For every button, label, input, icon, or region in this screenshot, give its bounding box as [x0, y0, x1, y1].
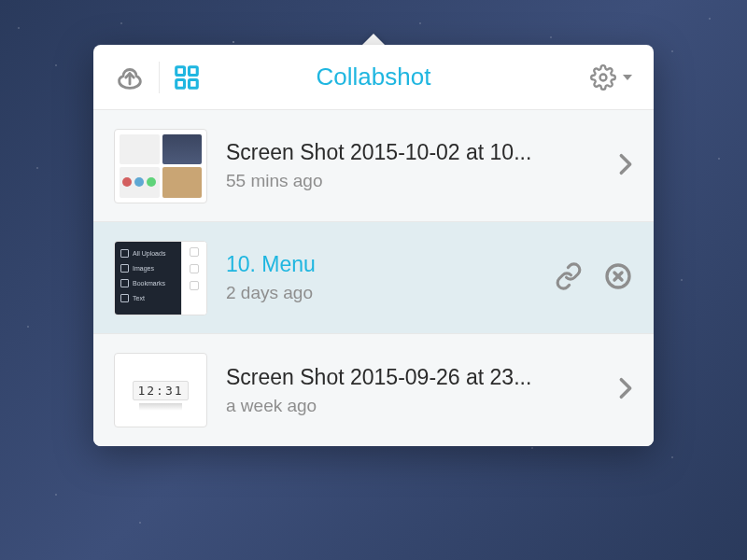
settings-icon[interactable]: [590, 64, 616, 91]
chevron-right-icon[interactable]: [618, 151, 633, 181]
svg-rect-3: [176, 79, 185, 88]
header-divider: [159, 62, 160, 93]
list-item[interactable]: All Uploads Images Bookmarks Text 10. Me…: [93, 222, 654, 334]
upload-icon[interactable]: [114, 62, 146, 93]
svg-rect-2: [190, 66, 198, 75]
chevron-right-icon[interactable]: [618, 375, 633, 405]
item-title: Screen Shot 2015-09-26 at 23...: [226, 365, 599, 390]
svg-marker-6: [623, 75, 632, 80]
grid-view-icon[interactable]: [173, 63, 201, 91]
thumbnail: 12:31: [114, 353, 207, 427]
link-icon[interactable]: [555, 262, 583, 294]
close-circle-icon[interactable]: [603, 261, 633, 295]
thumbnail: All Uploads Images Bookmarks Text: [114, 241, 207, 315]
header-bar: Collabshot: [93, 45, 654, 110]
thumbnail: [114, 129, 207, 203]
svg-rect-4: [190, 79, 198, 88]
item-timestamp: 55 mins ago: [226, 171, 599, 191]
list-item[interactable]: 12:31 Screen Shot 2015-09-26 at 23... a …: [93, 334, 654, 446]
item-title: Screen Shot 2015-10-02 at 10...: [226, 140, 599, 165]
svg-rect-1: [176, 66, 185, 75]
settings-caret-icon[interactable]: [622, 72, 633, 83]
app-title: Collabshot: [317, 63, 431, 91]
item-timestamp: a week ago: [226, 396, 599, 416]
item-timestamp: 2 days ago: [226, 283, 536, 303]
uploads-list: Screen Shot 2015-10-02 at 10... 55 mins …: [93, 110, 654, 446]
popover-panel: Collabshot: [93, 45, 654, 446]
item-title: 10. Menu: [226, 252, 536, 277]
svg-point-5: [600, 74, 607, 80]
list-item[interactable]: Screen Shot 2015-10-02 at 10... 55 mins …: [93, 110, 654, 222]
